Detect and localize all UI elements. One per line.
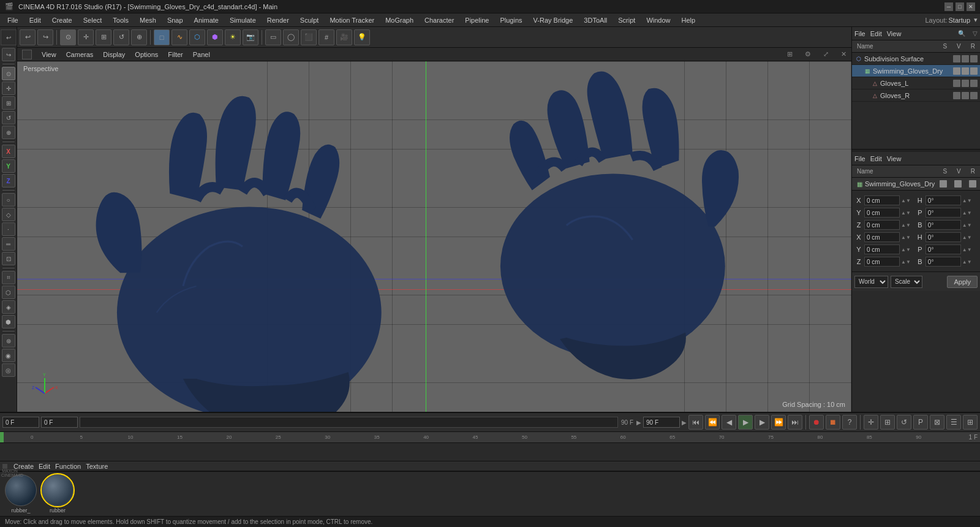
timeline-scrubber[interactable] xyxy=(80,417,618,428)
menu-help[interactable]: Help xyxy=(677,15,701,25)
attr-view-menu[interactable]: View xyxy=(887,155,902,162)
sculpt-smooth[interactable]: ◉ xyxy=(2,349,15,362)
coord-z-pos-input[interactable] xyxy=(864,220,900,230)
coord-b2-input[interactable] xyxy=(925,257,961,267)
axis-x-btn[interactable]: X xyxy=(2,145,15,158)
coord-x-pos-arrow[interactable]: ▲▼ xyxy=(901,198,911,203)
transform-tool[interactable]: ⊕ xyxy=(2,126,15,139)
selected-flag-s[interactable] xyxy=(940,180,947,188)
coord-y-pos-arrow[interactable]: ▲▼ xyxy=(901,210,911,216)
rotate-tool[interactable]: ↺ xyxy=(2,111,15,124)
coord-x-pos-input[interactable] xyxy=(864,195,900,205)
menu-pipeline[interactable]: Pipeline xyxy=(460,15,494,25)
viewport-view-menu[interactable]: View xyxy=(42,51,56,58)
material-ball-rubber2[interactable] xyxy=(42,474,74,506)
select-tool[interactable]: ⊙ xyxy=(2,67,15,80)
camera2-btn[interactable]: 🎥 xyxy=(336,29,352,45)
viewport-handle[interactable] xyxy=(22,50,32,59)
undo-button[interactable]: ↩ xyxy=(1,29,17,45)
mat-edit-menu[interactable]: Edit xyxy=(39,463,50,470)
coord-h2-arrow[interactable]: ▲▼ xyxy=(962,235,972,240)
knife-tool[interactable]: ⌗ xyxy=(2,271,15,284)
coord-p2-arrow[interactable]: ▲▼ xyxy=(962,247,972,252)
menu-3dtoall[interactable]: 3DToAll xyxy=(579,15,612,25)
goto-start-button[interactable]: ⏮ xyxy=(688,415,703,430)
coord-y-pos-input[interactable] xyxy=(864,208,900,218)
move-tool[interactable]: ✛ xyxy=(2,82,15,95)
attr-file-menu[interactable]: File xyxy=(854,155,865,162)
gloves-r-flag-v[interactable] xyxy=(962,92,969,99)
light2-btn[interactable]: 💡 xyxy=(354,29,370,45)
menu-plugins[interactable]: Plugins xyxy=(495,15,527,25)
menu-create[interactable]: Create xyxy=(47,15,77,25)
layout-value[interactable]: Startup xyxy=(949,17,970,24)
viewport-filter-menu[interactable]: Filter xyxy=(168,51,183,58)
edge-mode[interactable]: ═ xyxy=(2,237,15,251)
coord-h-arrow[interactable]: ▲▼ xyxy=(962,198,972,203)
record-btn[interactable]: ⏺ xyxy=(809,415,824,430)
selected-flag-r[interactable] xyxy=(969,180,976,188)
redo-button[interactable]: ↪ xyxy=(2,48,15,61)
sky-btn[interactable]: ◯ xyxy=(283,29,299,45)
obj-file-menu[interactable]: File xyxy=(854,30,865,37)
rotate-key-btn[interactable]: ↺ xyxy=(897,415,911,430)
viewport-panel-menu[interactable]: Panel xyxy=(193,51,210,58)
obj-row-gloves-dry[interactable]: ▦ Swimming_Gloves_Dry xyxy=(852,65,980,77)
bg-btn[interactable]: ⬛ xyxy=(301,29,317,45)
sculpt-grab[interactable]: ⊛ xyxy=(2,334,15,347)
timeline-layout-btn[interactable]: ☰ xyxy=(946,415,961,430)
grid-btn[interactable]: # xyxy=(318,29,334,45)
next-frame-button[interactable]: ⏩ xyxy=(771,415,786,430)
coord-b-input[interactable] xyxy=(925,220,961,230)
coord-h-input[interactable] xyxy=(925,195,961,205)
coord-h2-input[interactable] xyxy=(925,232,961,242)
viewport-cameras-menu[interactable]: Cameras xyxy=(66,51,94,58)
redo-tb-button[interactable]: ↪ xyxy=(37,29,53,45)
prev-key-button[interactable]: ◀ xyxy=(722,415,736,430)
sculpt-inflate[interactable]: ◎ xyxy=(2,363,15,377)
timeline-layout2-btn[interactable]: ⊞ xyxy=(963,415,978,430)
gloves-dry-flag-r[interactable] xyxy=(970,67,978,75)
menu-animate[interactable]: Animate xyxy=(189,15,224,25)
transform-tb-tool[interactable]: ⊕ xyxy=(131,29,147,45)
live-select-tool[interactable]: ⊙ xyxy=(60,29,76,45)
menu-vray[interactable]: V-Ray Bridge xyxy=(529,15,578,25)
coord-p-arrow[interactable]: ▲▼ xyxy=(962,210,972,216)
bevel-tool[interactable]: ◈ xyxy=(2,300,15,314)
coord-x2-input[interactable] xyxy=(864,232,900,242)
coord-space-select[interactable]: World Object Local xyxy=(854,276,888,288)
axis-y-btn[interactable]: Y xyxy=(2,159,15,173)
obj-edit-menu[interactable]: Edit xyxy=(870,30,882,37)
menu-select[interactable]: Select xyxy=(78,15,107,25)
extrude-tool[interactable]: ⬡ xyxy=(2,286,15,299)
menu-mesh[interactable]: Mesh xyxy=(135,15,161,25)
maximize-button[interactable]: □ xyxy=(956,2,964,11)
gloves-l-flag-s[interactable] xyxy=(953,80,960,87)
attr-edit-menu[interactable]: Edit xyxy=(870,155,882,162)
viewport-display-menu[interactable]: Display xyxy=(103,51,125,58)
gloves-l-flag-r[interactable] xyxy=(970,80,978,87)
menu-file[interactable]: File xyxy=(2,15,23,25)
scale-tb-tool[interactable]: ⊞ xyxy=(96,29,111,45)
gloves-r-flag-r[interactable] xyxy=(970,92,978,99)
param-key-btn[interactable]: P xyxy=(913,415,928,430)
coord-b2-arrow[interactable]: ▲▼ xyxy=(962,259,972,265)
menu-character[interactable]: Character xyxy=(420,15,459,25)
gloves-dry-flag-v[interactable] xyxy=(962,67,969,75)
subdiv-flag-s[interactable] xyxy=(953,55,960,63)
material-ball-rubber1[interactable] xyxy=(5,474,37,506)
nurbs-btn[interactable]: ⬡ xyxy=(189,29,205,45)
move-tb-tool[interactable]: ✛ xyxy=(78,29,94,45)
coord-p2-input[interactable] xyxy=(925,245,961,254)
obj-row-subdiv[interactable]: ⬡ Subdivision Surface xyxy=(852,53,980,65)
minimize-button[interactable]: ─ xyxy=(944,2,953,11)
close-button[interactable]: ✕ xyxy=(967,2,975,11)
play-button[interactable]: ▶ xyxy=(738,415,753,430)
viewport-options-menu[interactable]: Options xyxy=(135,51,158,58)
obj-row-gloves-r[interactable]: △ Gloves_R xyxy=(852,89,980,102)
menu-snap[interactable]: Snap xyxy=(162,15,188,25)
prev-frame-button[interactable]: ⏪ xyxy=(705,415,720,430)
coord-y2-input[interactable] xyxy=(864,245,900,254)
axis-z-btn[interactable]: Z xyxy=(2,174,15,188)
scale-tool[interactable]: ⊞ xyxy=(2,96,15,110)
